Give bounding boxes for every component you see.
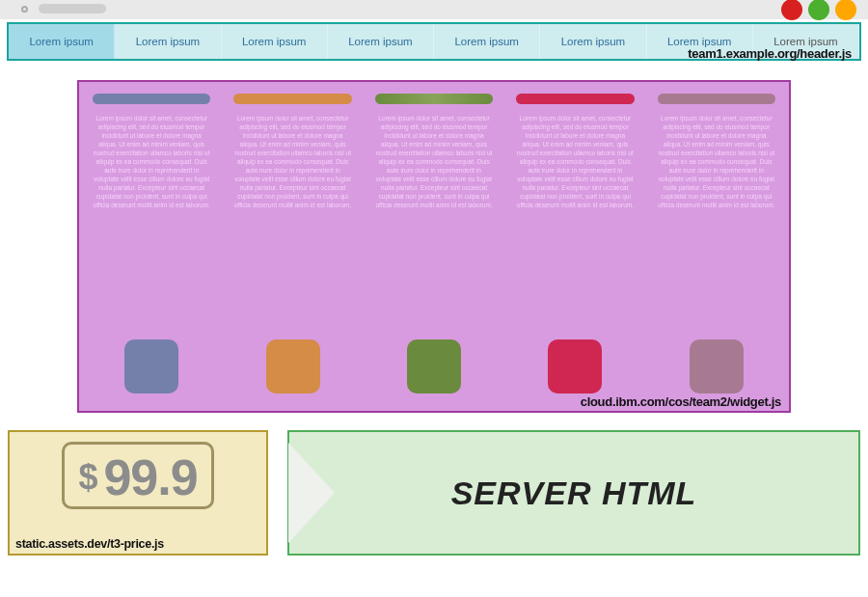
column-swatch-icon bbox=[548, 339, 602, 393]
price-fragment-region: $ 99.9 static.assets.dev/t3-price.js bbox=[8, 430, 268, 556]
column-placeholder-text: Lorem ipsum dolor sit amet, consectetur … bbox=[658, 114, 775, 334]
nav-tab[interactable]: Lorem ipsum bbox=[222, 24, 328, 59]
column-header-pill bbox=[516, 94, 634, 104]
column-placeholder-text: Lorem ipsum dolor sit amet, consectetur … bbox=[93, 114, 210, 334]
address-bar-placeholder bbox=[39, 4, 106, 14]
server-html-label: SERVER HTML bbox=[451, 475, 697, 512]
nav-tab[interactable]: Lorem ipsum bbox=[328, 24, 434, 59]
column-placeholder-text: Lorem ipsum dolor sit amet, consectetur … bbox=[233, 114, 351, 334]
price-currency: $ bbox=[78, 457, 97, 498]
widget-column: Lorem ipsum dolor sit amet, consectetur … bbox=[658, 94, 775, 393]
widget-columns: Lorem ipsum dolor sit amet, consectetur … bbox=[93, 94, 775, 393]
window-traffic-lights bbox=[781, 0, 856, 20]
nav-tab-label: Lorem ipsum bbox=[454, 36, 518, 47]
column-header-pill bbox=[233, 94, 351, 104]
widget-column: Lorem ipsum dolor sit amet, consectetur … bbox=[375, 94, 493, 393]
traffic-light-green-icon bbox=[808, 0, 829, 20]
column-header-pill bbox=[93, 94, 210, 104]
nav-tab[interactable]: Lorem ipsum bbox=[9, 24, 115, 59]
column-placeholder-text: Lorem ipsum dolor sit amet, consectetur … bbox=[375, 114, 493, 334]
widget-fragment-region: Lorem ipsum dolor sit amet, consectetur … bbox=[77, 80, 791, 413]
nav-tab-label: Lorem ipsum bbox=[29, 36, 93, 47]
nav-tab-label: Lorem ipsum bbox=[561, 36, 625, 47]
price-value: 99.9 bbox=[103, 448, 197, 506]
column-placeholder-text: Lorem ipsum dolor sit amet, consectetur … bbox=[516, 114, 634, 334]
price-source-caption: static.assets.dev/t3-price.js bbox=[15, 537, 164, 551]
nav-tab-label: Lorem ipsum bbox=[348, 36, 412, 47]
nav-tab[interactable]: Lorem ipsum bbox=[434, 24, 540, 59]
nav-tab[interactable]: Lorem ipsum bbox=[540, 24, 646, 59]
traffic-light-red-icon bbox=[781, 0, 802, 20]
header-source-caption: team1.example.org/header.js bbox=[688, 46, 852, 61]
server-html-region: SERVER HTML bbox=[287, 430, 860, 556]
widget-column: Lorem ipsum dolor sit amet, consectetur … bbox=[233, 94, 351, 393]
widget-column: Lorem ipsum dolor sit amet, consectetur … bbox=[516, 94, 634, 393]
column-swatch-icon bbox=[124, 339, 178, 393]
header-fragment-region: Lorem ipsum Lorem ipsum Lorem ipsum Lore… bbox=[7, 22, 861, 61]
column-header-pill bbox=[658, 94, 775, 104]
column-swatch-icon bbox=[266, 339, 320, 393]
column-header-pill bbox=[375, 94, 493, 104]
address-target-icon bbox=[21, 6, 28, 13]
nav-tab[interactable]: Lorem ipsum bbox=[115, 24, 221, 59]
nav-tab-label: Lorem ipsum bbox=[242, 36, 306, 47]
column-swatch-icon bbox=[407, 339, 461, 393]
nav-tab-label: Lorem ipsum bbox=[136, 36, 200, 47]
widget-source-caption: cloud.ibm.com/cos/team2/widget.js bbox=[581, 394, 781, 409]
traffic-light-amber-icon bbox=[835, 0, 856, 20]
column-swatch-icon bbox=[690, 339, 744, 393]
browser-chrome bbox=[0, 0, 868, 19]
chevron-left-icon bbox=[288, 443, 335, 543]
price-display: $ 99.9 bbox=[62, 442, 213, 509]
widget-column: Lorem ipsum dolor sit amet, consectetur … bbox=[93, 94, 210, 393]
